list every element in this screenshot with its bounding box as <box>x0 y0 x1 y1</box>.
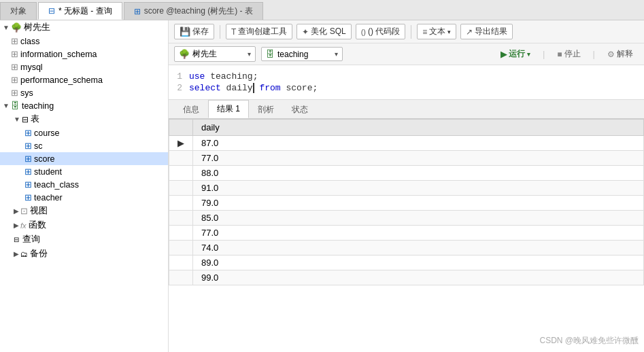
run-label: 运行 <box>509 48 525 60</box>
connection-selector[interactable]: 树先生 ▾ <box>174 46 256 62</box>
sidebar-item-student[interactable]: student <box>0 165 168 178</box>
sidebar-item-teacher[interactable]: teacher <box>0 191 168 204</box>
line-num-2: 2 <box>169 83 189 93</box>
sidebar-root-label: 树先生 <box>24 22 50 33</box>
stop-icon <box>557 50 562 59</box>
sidebar-item-mysql[interactable]: mysql <box>0 60 168 73</box>
export-button[interactable]: 导出结果 <box>460 24 513 39</box>
table-row: 77.0 <box>169 151 644 166</box>
sidebar-item-perf-schema[interactable]: performance_schema <box>0 73 168 86</box>
sidebar-item-backups[interactable]: ▶ 🗂 备份 <box>0 247 168 261</box>
table-row: 77.0 <box>169 226 644 241</box>
sidebar-item-tables-folder[interactable]: ▼ ⊟ 表 <box>0 112 168 126</box>
row-arrow-cell <box>169 241 193 256</box>
results-area: daily ▶87.077.088.091.079.085.077.074.08… <box>169 119 644 352</box>
code-editor[interactable]: 1 use teaching; 2 select daily from scor… <box>169 65 644 100</box>
beautify-button[interactable]: 美化 SQL <box>296 24 351 39</box>
table-row: 79.0 <box>169 196 644 211</box>
functions-label: 函数 <box>29 219 46 231</box>
watermark: CSDN @晚风难免些许微醺 <box>539 335 639 347</box>
sidebar-item-information-schema[interactable]: information_schema <box>0 48 168 60</box>
sidebar-item-views[interactable]: ▶ 视图 <box>0 204 168 218</box>
row-arrow-cell <box>169 226 193 241</box>
views-folder-icon <box>20 206 28 216</box>
text-label: 文本 <box>429 26 445 37</box>
code-text-2: select daily from score; <box>189 83 318 93</box>
sidebar-item-course[interactable]: course <box>0 126 168 139</box>
tables-expand-icon: ▼ <box>14 116 20 123</box>
sc-label: sc <box>34 141 43 151</box>
text-dropdown-icon: ▾ <box>447 29 451 35</box>
save-button[interactable]: 保存 <box>174 24 214 39</box>
text-button[interactable]: 文本 ▾ <box>417 24 456 39</box>
line-num-1: 1 <box>169 71 189 82</box>
mysql-label: mysql <box>20 63 43 72</box>
explain-label: 解释 <box>617 48 633 60</box>
connection-label: 树先生 <box>192 48 217 60</box>
sidebar-item-score[interactable]: score <box>0 152 168 165</box>
sys-label: sys <box>20 88 33 98</box>
daily-cell: 79.0 <box>193 196 644 211</box>
result-tab-status[interactable]: 状态 <box>283 101 317 118</box>
table-row: ▶87.0 <box>169 136 644 151</box>
row-arrow-cell <box>169 256 193 270</box>
sc-icon <box>24 141 32 151</box>
row-arrow-cell <box>169 166 193 181</box>
backups-label: 备份 <box>30 248 48 260</box>
perf-schema-icon <box>11 75 18 85</box>
tab-object[interactable]: 对象 <box>0 2 37 20</box>
teaching-label: teaching <box>22 101 54 111</box>
sidebar-item-functions[interactable]: ▶ 函数 <box>0 218 168 232</box>
table-row: 74.0 <box>169 241 644 256</box>
row-arrow-cell <box>169 151 193 166</box>
queries-folder-icon: ⊟ <box>14 236 19 243</box>
sidebar-item-class[interactable]: class <box>0 35 168 48</box>
tab-query[interactable]: * 无标题 - 查询 <box>38 2 122 20</box>
backup-expand-icon: ▶ <box>14 250 19 258</box>
beautify-label: 美化 SQL <box>311 26 345 37</box>
daily-cell: 99.0 <box>193 270 644 285</box>
daily-cell: 77.0 <box>193 151 644 166</box>
row-arrow-cell <box>169 181 193 196</box>
save-icon <box>180 27 190 37</box>
daily-cell: 91.0 <box>193 181 644 196</box>
sidebar-item-sc[interactable]: sc <box>0 139 168 152</box>
result-tab-analyze[interactable]: 剖析 <box>249 101 283 118</box>
sys-icon <box>11 88 18 98</box>
daily-column-header: daily <box>193 120 644 136</box>
explain-button[interactable]: 解释 <box>602 47 639 61</box>
info-schema-icon <box>11 49 18 59</box>
teaching-db-icon <box>11 101 20 111</box>
daily-cell: 89.0 <box>193 256 644 270</box>
code-snippet-button[interactable]: () 代码段 <box>356 24 406 39</box>
row-arrow-cell: ▶ <box>169 136 193 151</box>
sidebar-item-teach-class[interactable]: teach_class <box>0 178 168 191</box>
stop-button[interactable]: 停止 <box>552 47 586 61</box>
result-tab-info[interactable]: 信息 <box>174 101 208 118</box>
result-tab-result1[interactable]: 结果 1 <box>208 100 249 118</box>
daily-cell: 77.0 <box>193 226 644 241</box>
table-row: 88.0 <box>169 166 644 181</box>
teach-class-label: teach_class <box>34 180 79 190</box>
code-icon <box>361 27 366 37</box>
sidebar: ▼ 树先生 class information_schema mysql per… <box>0 20 169 352</box>
run-button[interactable]: 运行 ▾ <box>495 47 536 61</box>
sidebar-root[interactable]: ▼ 树先生 <box>0 20 168 35</box>
query-builder-icon: T <box>231 27 236 37</box>
query-builder-button[interactable]: T 查询创建工具 <box>226 24 292 39</box>
sidebar-item-sys[interactable]: sys <box>0 86 168 99</box>
main-layout: ▼ 树先生 class information_schema mysql per… <box>0 20 644 352</box>
save-label: 保存 <box>192 26 209 37</box>
daily-cell: 85.0 <box>193 211 644 226</box>
sidebar-item-queries[interactable]: ⊟ 查询 <box>0 232 168 247</box>
sidebar-item-teaching[interactable]: ▼ teaching <box>0 99 168 112</box>
query-tab-label: * 无标题 - 查询 <box>58 5 112 17</box>
backup-folder-icon: 🗂 <box>20 250 28 258</box>
database-selector[interactable]: teaching ▾ <box>261 47 343 61</box>
beautify-icon <box>302 27 309 37</box>
database-dropdown-icon: ▾ <box>335 50 338 58</box>
tab-score-table[interactable]: score @teaching (树先生) - 表 <box>124 2 263 20</box>
result-tabs: 信息 结果 1 剖析 状态 <box>169 100 644 119</box>
code-line-2: 2 select daily from score; <box>169 82 644 94</box>
query-tab-icon <box>48 6 55 16</box>
